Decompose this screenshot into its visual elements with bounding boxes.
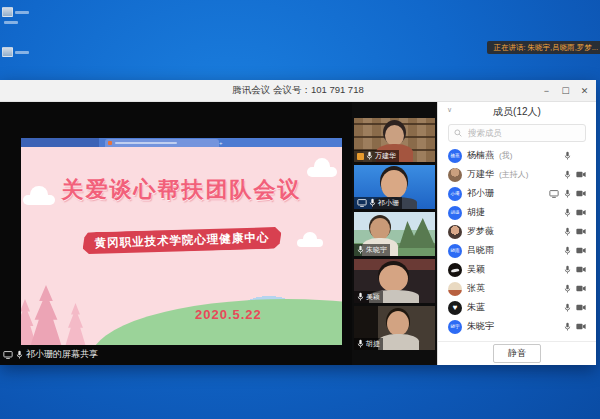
member-row[interactable]: 张英 — [438, 279, 596, 298]
new-tab-icon[interactable]: + — [219, 140, 223, 146]
video-thumbnail-strip: 万建华 祁小珊 朱晓宇 吴颖 — [352, 102, 437, 365]
thumb-label-icons — [357, 292, 364, 302]
member-row[interactable]: 楠燕 杨楠燕 (我) — [438, 146, 596, 165]
member-search-input[interactable] — [466, 127, 580, 139]
member-avatar: 晓宇 — [448, 320, 462, 334]
member-avatar — [448, 282, 462, 296]
member-row[interactable]: 罗梦薇 — [438, 222, 596, 241]
member-name: 杨楠燕 — [467, 149, 494, 162]
member-row-icons — [564, 246, 586, 256]
member-avatar: 小珊 — [448, 187, 462, 201]
desktop-icon[interactable] — [2, 47, 29, 57]
mic-icon — [357, 245, 364, 255]
video-thumbnail[interactable]: 胡捷 — [354, 306, 435, 350]
thumb-name: 万建华 — [375, 151, 396, 161]
member-list: 楠燕 杨楠燕 (我) 万建华 (主持人) 小珊 祁小珊 胡捷 胡捷 罗梦薇 晓雨… — [438, 146, 596, 341]
thumb-label: 万建华 — [354, 150, 399, 162]
camera-icon — [576, 285, 586, 292]
member-row-icons — [564, 303, 586, 313]
member-name: 朱蓝 — [467, 301, 485, 314]
member-name: 朱晓宇 — [467, 320, 494, 333]
thumb-label-icons — [357, 151, 373, 161]
member-row[interactable]: 万建华 (主持人) — [438, 165, 596, 184]
member-avatar: 楠燕 — [448, 149, 462, 163]
video-thumbnail[interactable]: 吴颖 — [354, 259, 435, 303]
window-body: + 关爱谈心帮扶团队会议 黄冈职业技术学院心理健康中心 2020.5.22 — [0, 102, 596, 365]
mic-icon — [564, 265, 571, 275]
mic-icon — [564, 227, 571, 237]
camera-icon — [576, 209, 586, 216]
members-panel-footer: 静音 — [438, 341, 596, 365]
mic-icon — [564, 284, 571, 294]
member-row[interactable]: 吴颖 — [438, 260, 596, 279]
mic-icon — [369, 198, 376, 208]
participant-head — [381, 170, 407, 199]
thumb-label: 吴颖 — [354, 291, 383, 303]
camera-icon — [576, 190, 586, 197]
desktop-icon-glyph — [2, 7, 13, 17]
speaking-notification: 正在讲话: 朱晓宇,吕晓雨,罗梦... — [487, 41, 600, 54]
camera-icon — [576, 171, 586, 178]
video-thumbnail[interactable]: 朱晓宇 — [354, 212, 435, 256]
member-row[interactable]: 晓宇 朱晓宇 — [438, 317, 596, 336]
browser-tab[interactable] — [105, 139, 219, 147]
member-row-icons — [564, 170, 586, 180]
camera-icon — [576, 266, 586, 273]
desktop-icon-label — [15, 51, 29, 54]
thumb-name: 祁小珊 — [378, 198, 399, 208]
desktop-icon[interactable] — [2, 7, 29, 17]
mic-icon — [564, 151, 571, 161]
minimize-button[interactable]: − — [537, 80, 556, 101]
mic-icon — [357, 339, 364, 349]
screen-share-icon — [357, 199, 367, 207]
member-name: 吴颖 — [467, 263, 485, 276]
member-search-box[interactable] — [448, 124, 586, 142]
member-row[interactable]: 胡捷 胡捷 — [438, 203, 596, 222]
tab-title-blur — [115, 142, 177, 144]
cloud-decoration — [297, 239, 323, 247]
host-badge-icon — [357, 153, 364, 160]
member-name: 万建华 — [467, 168, 494, 181]
desktop-icon[interactable] — [4, 21, 18, 24]
mic-icon — [564, 322, 571, 332]
members-panel-header: ∨ 成员(12人) — [438, 102, 596, 121]
presentation-slide: 关爱谈心帮扶团队会议 黄冈职业技术学院心理健康中心 2020.5.22 — [21, 147, 342, 345]
member-suffix: (我) — [499, 150, 512, 161]
close-button[interactable]: ✕ — [575, 80, 594, 101]
slide-banner: 黄冈职业技术学院心理健康中心 — [82, 226, 282, 256]
participant-head — [379, 265, 408, 292]
members-panel: ∨ 成员(12人) 楠燕 杨楠燕 (我) 万建华 (主持人) 小珊 祁小珊 胡捷… — [437, 102, 596, 365]
video-thumbnail[interactable]: 祁小珊 — [354, 165, 435, 209]
desktop: 正在讲话: 朱晓宇,吕晓雨,罗梦... 腾讯会议 会议号：101 791 718… — [0, 0, 600, 419]
thumb-label-icons — [357, 339, 364, 349]
screen-share-status-text: 祁小珊的屏幕共享 — [26, 348, 98, 361]
member-name: 罗梦薇 — [467, 225, 494, 238]
mic-icon — [366, 151, 373, 161]
member-row[interactable]: 小珊 祁小珊 — [438, 184, 596, 203]
member-name: 张英 — [467, 282, 485, 295]
favicon — [108, 141, 112, 145]
icon-spacer — [576, 155, 586, 156]
search-icon — [454, 129, 462, 137]
speaking-notification-text: 正在讲话: 朱晓宇,吕晓雨,罗梦... — [493, 43, 598, 53]
screen-share-icon — [549, 190, 559, 198]
mute-all-button[interactable]: 静音 — [493, 344, 541, 363]
video-thumbnail[interactable]: 万建华 — [354, 118, 435, 162]
member-avatar — [448, 225, 462, 239]
member-row-icons — [549, 189, 586, 199]
mic-icon — [564, 303, 571, 313]
member-row-icons — [564, 151, 586, 161]
thumb-label-icons — [357, 198, 376, 208]
shared-screen-stage: + 关爱谈心帮扶团队会议 黄冈职业技术学院心理健康中心 2020.5.22 — [0, 102, 352, 365]
hill-decoration — [91, 299, 342, 345]
member-avatar — [448, 168, 462, 182]
members-panel-title: 成员(12人) — [493, 105, 541, 119]
member-row-icons — [564, 227, 586, 237]
chevron-down-icon[interactable]: ∨ — [447, 106, 452, 114]
maximize-button[interactable]: ☐ — [556, 80, 575, 101]
member-row[interactable]: 晓雨 吕晓雨 — [438, 241, 596, 260]
desktop-icon-glyph — [2, 47, 13, 57]
member-row[interactable]: ♥ 朱蓝 — [438, 298, 596, 317]
thumb-label: 朱晓宇 — [354, 244, 390, 256]
titlebar[interactable]: 腾讯会议 会议号：101 791 718 − ☐ ✕ — [0, 80, 596, 102]
